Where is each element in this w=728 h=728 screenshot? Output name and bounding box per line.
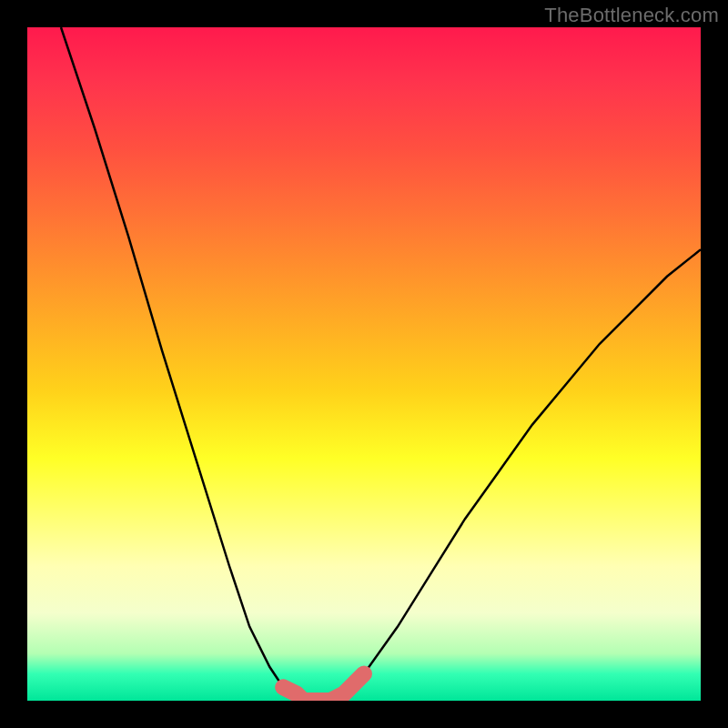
curve-right-branch [330, 249, 701, 701]
plot-area [27, 27, 701, 701]
chart-frame: TheBottleneck.com [0, 0, 728, 728]
highlight-layer [283, 673, 364, 701]
highlight-dip-right-segment [330, 673, 364, 701]
curve-layer [61, 27, 701, 701]
watermark-text: TheBottleneck.com [544, 4, 719, 27]
chart-svg [27, 27, 701, 701]
curve-left-branch [61, 27, 303, 701]
